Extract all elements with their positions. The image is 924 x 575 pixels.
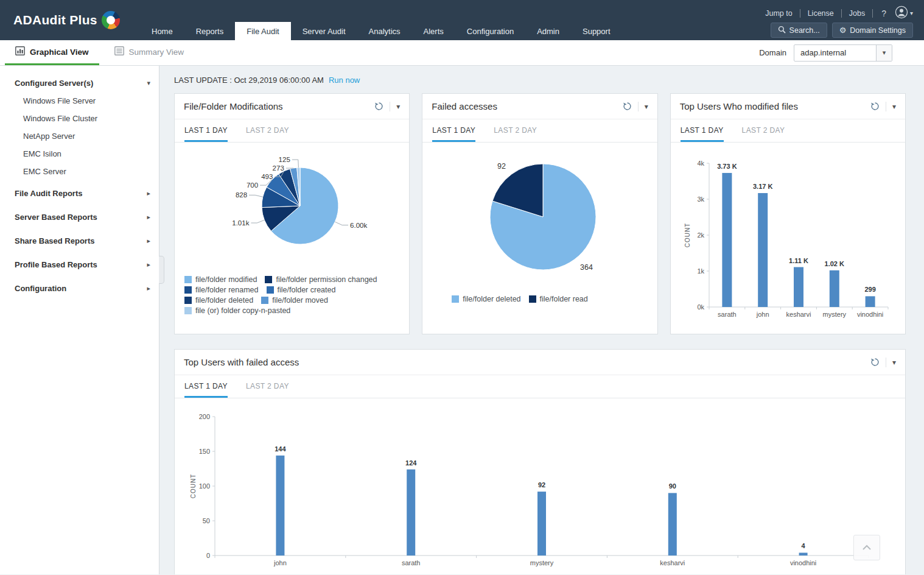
brand[interactable]: ADAudit Plus xyxy=(13,0,120,40)
svg-text:273: 273 xyxy=(272,164,284,172)
nav-item-support[interactable]: Support xyxy=(571,22,622,40)
nav-item-analytics[interactable]: Analytics xyxy=(357,22,412,40)
svg-text:90: 90 xyxy=(669,482,676,490)
sidebar-section-configuration[interactable]: Configuration▸ xyxy=(0,278,159,299)
legend-swatch xyxy=(529,295,536,303)
last-update-text: LAST UPDATE : Oct 29,2019 06:00:00 AM xyxy=(174,76,324,85)
tab-last-1-day[interactable]: LAST 1 DAY xyxy=(432,126,475,142)
tab-last-1-day[interactable]: LAST 1 DAY xyxy=(184,382,228,398)
legend-swatch xyxy=(265,276,272,283)
sidebar-item-windows-file-cluster[interactable]: Windows File Cluster xyxy=(0,110,159,127)
sidebar-section-file-audit-reports[interactable]: File Audit Reports▸ xyxy=(0,183,159,204)
tab-last-2-day[interactable]: LAST 2 DAY xyxy=(494,126,537,142)
legend-item-file-folder-modified: file/folder modified xyxy=(184,275,257,284)
refresh-icon[interactable] xyxy=(870,358,880,367)
chevron-down-icon[interactable]: ▾ xyxy=(892,102,896,111)
quick-link-jobs[interactable]: Jobs xyxy=(842,9,873,18)
legend-swatch xyxy=(184,297,192,304)
card-title: File/Folder Modifications xyxy=(184,101,283,111)
card-title: Top Users Who modified files xyxy=(680,101,798,111)
card-file-folder-modifications: File/Folder Modifications ▾ LAST 1 DAYLA… xyxy=(174,93,410,334)
svg-text:COUNT: COUNT xyxy=(190,474,197,499)
svg-text:4k: 4k xyxy=(698,160,705,167)
sidebar-section-label: Configuration xyxy=(15,284,66,293)
sidebar-section-server-based-reports[interactable]: Server Based Reports▸ xyxy=(0,206,159,228)
main-nav: HomeReportsFile AuditServer AuditAnalyti… xyxy=(140,22,622,40)
nav-item-admin[interactable]: Admin xyxy=(525,22,571,40)
nav-item-reports[interactable]: Reports xyxy=(184,22,236,40)
sidebar-item-netapp-server[interactable]: NetApp Server xyxy=(0,127,159,145)
legend-item-file-folder-created: file/folder created xyxy=(267,286,336,294)
sidebar-item-windows-file-server[interactable]: Windows File Server xyxy=(0,92,159,110)
svg-text:125: 125 xyxy=(278,156,290,163)
svg-text:3.73 K: 3.73 K xyxy=(718,163,737,170)
failed-accesses-legend: file/folder deletedfile/folder read xyxy=(422,294,657,305)
tab-graphical-view[interactable]: Graphical View xyxy=(5,40,99,65)
legend-swatch xyxy=(261,297,268,304)
sidebar-section-profile-based-reports[interactable]: Profile Based Reports▸ xyxy=(0,254,159,275)
run-now-link[interactable]: Run now xyxy=(329,76,360,85)
sidebar-section-share-based-reports[interactable]: Share Based Reports▸ xyxy=(0,230,159,252)
scroll-top-button[interactable] xyxy=(853,535,880,560)
svg-text:john: john xyxy=(756,311,769,318)
sidebar-item-emc-server[interactable]: EMC Server xyxy=(0,163,159,180)
svg-text:sarath: sarath xyxy=(718,311,737,318)
svg-text:0k: 0k xyxy=(698,303,705,311)
tab-last-1-day[interactable]: LAST 1 DAY xyxy=(184,126,228,142)
legend-label: file (or) folder copy-n-pasted xyxy=(195,306,290,315)
sidebar-section-label: Configured Server(s) xyxy=(15,79,93,88)
legend-item-file-folder-read: file/folder read xyxy=(529,295,588,303)
svg-text:200: 200 xyxy=(199,413,210,420)
chevron-down-icon[interactable]: ▾ xyxy=(645,102,648,111)
nav-item-home[interactable]: Home xyxy=(140,22,184,40)
chevron-down-icon[interactable]: ▾ xyxy=(396,102,400,111)
sidebar: Configured Server(s) ▾ Windows File Serv… xyxy=(0,66,159,574)
quick-link-license[interactable]: License xyxy=(800,9,842,18)
svg-text:1k: 1k xyxy=(698,267,705,275)
caret-down-icon: ▾ xyxy=(910,10,913,16)
svg-text:3k: 3k xyxy=(698,196,705,203)
domain-settings-button[interactable]: ⚙ Domain Settings xyxy=(832,23,913,38)
nav-item-configuration[interactable]: Configuration xyxy=(455,22,525,40)
chevron-down-icon[interactable]: ▾ xyxy=(892,358,896,367)
legend-label: file/folder deleted xyxy=(463,295,520,303)
help-icon[interactable]: ? xyxy=(873,9,895,18)
summary-view-label: Summary View xyxy=(129,48,184,57)
search-button[interactable]: Search... xyxy=(771,23,827,38)
nav-item-server-audit[interactable]: Server Audit xyxy=(291,22,357,40)
tab-last-2-day[interactable]: LAST 2 DAY xyxy=(742,126,785,142)
failed-users-bar-chart: 050100150200COUNT144john124sarath92myste… xyxy=(183,401,883,574)
domain-settings-label: Domain Settings xyxy=(850,26,906,35)
chevron-right-icon: ▸ xyxy=(147,237,150,245)
legend-label: file/folder deleted xyxy=(195,296,253,305)
domain-select[interactable]: adap.internal ▾ xyxy=(794,44,892,62)
tab-summary-view[interactable]: Summary View xyxy=(104,40,195,65)
refresh-icon[interactable] xyxy=(870,102,880,111)
svg-text:124: 124 xyxy=(405,459,417,467)
nav-item-alerts[interactable]: Alerts xyxy=(412,22,455,40)
sidebar-collapse-handle[interactable] xyxy=(159,256,164,284)
user-menu[interactable]: ▾ xyxy=(895,5,913,21)
gear-icon: ⚙ xyxy=(839,26,847,35)
sidebar-item-emc-isilon[interactable]: EMC Isilon xyxy=(0,145,159,163)
svg-text:mystery: mystery xyxy=(823,311,847,318)
quick-link-jump-to[interactable]: Jump to xyxy=(758,9,800,18)
tab-last-2-day[interactable]: LAST 2 DAY xyxy=(246,382,289,398)
svg-text:700: 700 xyxy=(247,182,258,189)
tab-last-1-day[interactable]: LAST 1 DAY xyxy=(681,126,724,142)
svg-text:kesharvi: kesharvi xyxy=(660,559,685,566)
sidebar-section-configured-servers[interactable]: Configured Server(s) ▾ xyxy=(0,74,159,92)
search-button-label: Search... xyxy=(789,26,820,35)
chevron-right-icon: ▸ xyxy=(147,189,150,197)
svg-text:vinodhini: vinodhini xyxy=(790,559,816,566)
legend-swatch xyxy=(267,286,274,294)
domain-label: Domain xyxy=(759,48,786,57)
nav-item-file-audit[interactable]: File Audit xyxy=(235,22,290,40)
svg-text:1.01k: 1.01k xyxy=(232,219,249,227)
refresh-icon[interactable] xyxy=(374,102,383,111)
svg-text:2k: 2k xyxy=(698,231,705,239)
svg-text:299: 299 xyxy=(865,286,876,293)
tab-last-2-day[interactable]: LAST 2 DAY xyxy=(246,126,289,142)
refresh-icon[interactable] xyxy=(623,102,632,111)
legend-item-file-or-folder-copy-n-pasted: file (or) folder copy-n-pasted xyxy=(184,306,290,315)
